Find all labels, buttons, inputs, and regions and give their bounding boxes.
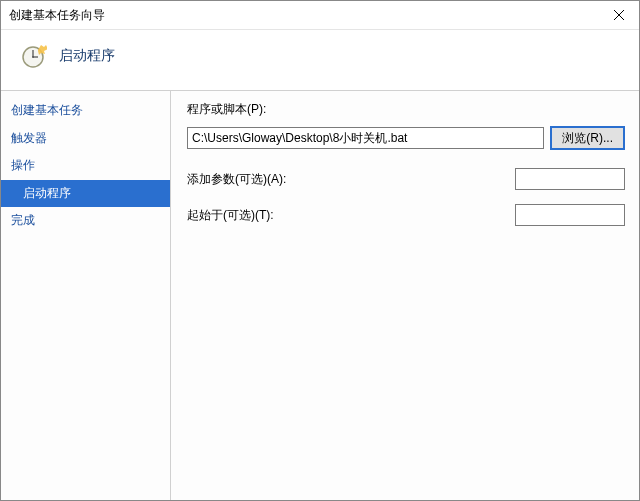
nav-item-create-task[interactable]: 创建基本任务 — [1, 97, 170, 125]
schedule-icon — [19, 42, 47, 70]
startin-input[interactable] — [515, 204, 625, 226]
program-input[interactable] — [187, 127, 544, 149]
page-title: 启动程序 — [59, 47, 115, 65]
window-title: 创建基本任务向导 — [9, 7, 105, 24]
browse-button[interactable]: 浏览(R)... — [550, 126, 625, 150]
start-program-panel: 程序或脚本(P): 浏览(R)... 添加参数(可选)(A): 起始于(可选)(… — [171, 91, 639, 500]
nav-item-start-program[interactable]: 启动程序 — [1, 180, 170, 208]
args-input[interactable] — [515, 168, 625, 190]
program-label: 程序或脚本(P): — [187, 101, 266, 118]
nav-item-action[interactable]: 操作 — [1, 152, 170, 180]
startin-label: 起始于(可选)(T): — [187, 207, 274, 224]
wizard-nav: 创建基本任务 触发器 操作 启动程序 完成 — [1, 91, 171, 500]
nav-item-trigger[interactable]: 触发器 — [1, 125, 170, 153]
wizard-body: 创建基本任务 触发器 操作 启动程序 完成 程序或脚本(P): 浏览(R)...… — [1, 90, 639, 500]
svg-point-5 — [32, 56, 34, 58]
args-label: 添加参数(可选)(A): — [187, 171, 286, 188]
wizard-window: 创建基本任务向导 启动程序 — [0, 0, 640, 501]
close-button[interactable] — [599, 1, 639, 29]
titlebar: 创建基本任务向导 — [1, 1, 639, 30]
wizard-header: 启动程序 — [1, 30, 639, 90]
nav-item-finish[interactable]: 完成 — [1, 207, 170, 235]
close-icon — [614, 7, 624, 23]
